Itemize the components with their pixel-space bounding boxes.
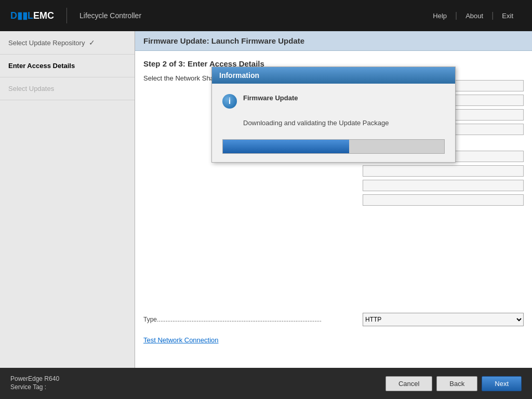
service-tag-label: Service Tag : <box>10 383 46 391</box>
about-link[interactable]: About <box>457 12 491 20</box>
help-link[interactable]: Help <box>424 12 455 20</box>
cancel-button[interactable]: Cancel <box>385 376 432 391</box>
footer: PowerEdge R640 Service Tag : Cancel Back… <box>0 368 532 399</box>
dell-text: D▮▮L <box>10 10 33 21</box>
footer-info: PowerEdge R640 Service Tag : <box>10 375 59 392</box>
sidebar-item-select-updates: Select Updates <box>0 77 135 100</box>
fw-title: Firmware Update <box>243 94 298 102</box>
logo-divider <box>66 8 67 23</box>
modal-overlay: Information i Firmware Update Downloadin… <box>135 51 532 368</box>
progress-bar-fill <box>223 140 349 153</box>
modal-info-row: i Firmware Update <box>222 94 445 109</box>
footer-buttons: Cancel Back Next <box>385 376 522 391</box>
info-icon-text: i <box>229 97 231 106</box>
emc-text: EMC <box>33 10 54 21</box>
service-tag: Service Tag : <box>10 383 59 391</box>
modal-header: Information <box>212 67 455 84</box>
sidebar-item-select-repo[interactable]: Select Update Repository ✓ <box>0 31 135 55</box>
content-body: Step 2 of 3: Enter Access Details Select… <box>135 51 532 368</box>
content-area: Firmware Update: Launch Firmware Update … <box>135 31 532 368</box>
logo-area: D▮▮LEMC Lifecycle Controller <box>10 8 141 23</box>
info-icon: i <box>222 94 237 109</box>
sidebar-item-label-updates: Select Updates <box>8 85 54 92</box>
sidebar-item-enter-access[interactable]: Enter Access Details <box>0 55 135 77</box>
dell-emc-logo: D▮▮LEMC <box>10 10 54 21</box>
modal-body: i Firmware Update Downloading and valida… <box>212 84 455 162</box>
main-container: Select Update Repository ✓ Enter Access … <box>0 31 532 368</box>
sidebar: Select Update Repository ✓ Enter Access … <box>0 31 135 368</box>
content-header: Firmware Update: Launch Firmware Update <box>135 31 532 51</box>
exit-link[interactable]: Exit <box>494 12 522 20</box>
header-nav: Help | About | Exit <box>424 11 522 20</box>
modal-title: Information <box>219 71 259 79</box>
back-button[interactable]: Back <box>436 376 477 391</box>
sidebar-item-label-access: Enter Access Details <box>8 62 75 70</box>
sidebar-item-label-repo: Select Update Repository <box>8 39 85 47</box>
fw-message: Downloading and validating the Update Pa… <box>243 119 445 127</box>
device-name: PowerEdge R640 <box>10 375 59 382</box>
checkmark-repo: ✓ <box>89 38 95 47</box>
content-title: Firmware Update: Launch Firmware Update <box>143 36 304 45</box>
header: D▮▮LEMC Lifecycle Controller Help | Abou… <box>0 0 532 31</box>
modal-box: Information i Firmware Update Downloadin… <box>211 66 456 163</box>
product-name: Lifecycle Controller <box>79 11 141 20</box>
next-button[interactable]: Next <box>482 376 522 391</box>
progress-bar-container <box>222 139 445 154</box>
